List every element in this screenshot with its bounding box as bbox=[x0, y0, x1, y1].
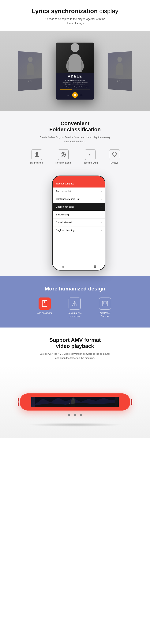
singer-label: By the singer bbox=[30, 162, 44, 164]
nav-home-icon[interactable]: ○ bbox=[78, 265, 80, 268]
playlist-item-cantonese[interactable]: Cantonese Music List › bbox=[53, 195, 105, 203]
playlist-item-ballad-text: Ballad song bbox=[56, 213, 69, 216]
svg-point-3 bbox=[36, 152, 38, 155]
bookmark-icon-box bbox=[38, 298, 51, 310]
nocturnal-label: Nocturnal eye protection bbox=[67, 312, 82, 318]
svg-text:♪: ♪ bbox=[88, 152, 90, 157]
lyrics-section: Lyrics synchronization display It needs … bbox=[0, 0, 150, 26]
chevron-right-icon-5: › bbox=[101, 221, 102, 224]
silhouette-right-icon bbox=[114, 56, 125, 75]
humanized-nocturnal: Nocturnal eye protection bbox=[67, 298, 82, 318]
device-right-button[interactable] bbox=[131, 399, 132, 405]
device-shadow bbox=[28, 423, 122, 427]
humanized-icons-row: add bookmark Nocturnal eye protection bbox=[4, 298, 146, 318]
folder-icon-album: Press the album bbox=[55, 149, 72, 164]
humanized-section: More humanized design add bookmark Noct bbox=[0, 276, 150, 328]
chevron-right-icon-2: › bbox=[101, 198, 102, 200]
phone-stage: Top hot song list › Pop music list › Can… bbox=[4, 170, 150, 276]
album-card-right: ADL bbox=[108, 51, 132, 91]
nav-dot-home[interactable]: ○ bbox=[74, 414, 76, 416]
prev-button[interactable]: ⏮ bbox=[67, 94, 70, 96]
wind-icon-box: ♪ bbox=[85, 149, 96, 160]
player-main: ADELE I heard that you settled down That… bbox=[56, 42, 94, 100]
device-screen bbox=[31, 397, 119, 407]
player-stage: ADL ADELE I heard that you settled down … bbox=[0, 31, 150, 111]
phone-screen: Top hot song list › Pop music list › Can… bbox=[53, 176, 105, 270]
playlist-item-cantonese-text: Cantonese Music List bbox=[56, 198, 79, 200]
lyrics-description: It needs to be copied to the player toge… bbox=[43, 17, 107, 26]
folder-icon-love: My love bbox=[109, 149, 120, 164]
svg-point-2 bbox=[117, 56, 122, 62]
chevron-right-icon-1: › bbox=[101, 190, 102, 193]
player-artist-name: ADELE bbox=[68, 74, 82, 78]
humanized-bookmark: add bookmark bbox=[38, 298, 52, 318]
player-album-bg bbox=[56, 42, 94, 73]
disc-icon bbox=[60, 152, 66, 157]
playlist-item-ballad[interactable]: Ballad song › bbox=[53, 211, 105, 219]
chevron-right-icon-4: › bbox=[101, 213, 102, 216]
volume-down-button[interactable] bbox=[18, 402, 19, 406]
singer-icon-box bbox=[32, 149, 42, 160]
player-progress-fill bbox=[60, 90, 72, 90]
player-lyrics: I heard that you settled down That you f… bbox=[60, 79, 90, 88]
amv-description: Just convert the AMV video conversion so… bbox=[39, 352, 111, 360]
svg-point-6 bbox=[63, 154, 64, 155]
autopager-icon-box bbox=[99, 298, 111, 310]
folder-title: ConvenientFolder classification bbox=[4, 120, 146, 132]
device-screen-content bbox=[31, 397, 119, 407]
playlist-item-pop[interactable]: Pop music list › bbox=[53, 188, 105, 195]
lyrics-title: Lyrics synchronization display bbox=[4, 8, 146, 15]
folder-section: ConvenientFolder classification Create f… bbox=[0, 111, 150, 276]
bookmark-icon bbox=[42, 300, 48, 307]
book-icon bbox=[102, 300, 108, 306]
chevron-right-icon-3: › bbox=[101, 205, 102, 208]
playlist-item-top-text: Top hot song list bbox=[56, 182, 74, 185]
album-card-left: ADL bbox=[18, 51, 42, 91]
phone-device: Top hot song list › Pop music list › Can… bbox=[52, 176, 106, 270]
silhouette-left-icon bbox=[25, 56, 36, 75]
folder-icon-wind: ♪ Press the wind bbox=[83, 149, 98, 164]
humanized-title: More humanized design bbox=[4, 286, 146, 292]
album-side-label-left: ADL bbox=[28, 78, 33, 84]
music-icon: ♪ bbox=[88, 152, 93, 157]
nav-back-icon[interactable]: ◁ bbox=[61, 265, 64, 268]
folder-icons-row: By the singer Press the album ♪ Press th… bbox=[4, 149, 146, 164]
album-label: Press the album bbox=[55, 162, 72, 164]
nocturnal-icon-box bbox=[68, 298, 81, 310]
device-nav-dots: ◁ ○ □ bbox=[68, 414, 82, 416]
player-album-art bbox=[56, 42, 94, 73]
playlist-item-pop-text: Pop music list bbox=[56, 190, 71, 193]
playlist-item-english[interactable]: English hot song › bbox=[53, 203, 105, 211]
player-controls: ⏮ ⏸ ⏭ bbox=[67, 92, 83, 98]
play-pause-button[interactable]: ⏸ bbox=[72, 92, 78, 98]
playlist-item-classical[interactable]: Classical music › bbox=[53, 219, 105, 226]
chevron-right-icon-6: › bbox=[101, 229, 102, 232]
heart-icon bbox=[112, 152, 117, 157]
chevron-right-icon-0: › bbox=[101, 182, 102, 185]
love-icon-box bbox=[109, 149, 120, 160]
adele-silhouette-icon bbox=[64, 43, 86, 72]
svg-point-1 bbox=[71, 43, 79, 52]
playlist-item-listening[interactable]: English Listening › bbox=[53, 226, 105, 234]
person-icon bbox=[34, 152, 40, 158]
album-art-right bbox=[108, 51, 132, 79]
nav-menu-icon[interactable]: ☰ bbox=[94, 265, 96, 268]
volume-up-button[interactable] bbox=[18, 398, 19, 402]
folder-description: Create folders for your favorite "love b… bbox=[39, 135, 111, 144]
playlist-item-english-text: English hot song bbox=[56, 205, 74, 208]
phone-status-bar bbox=[53, 176, 105, 180]
device-bottom: ◁ ○ □ bbox=[20, 394, 130, 410]
folder-icon-singer: By the singer bbox=[30, 149, 44, 164]
phone-nav-bar: ◁ ○ ☰ bbox=[53, 263, 105, 270]
album-art-left bbox=[18, 51, 42, 79]
next-button[interactable]: ⏭ bbox=[80, 94, 83, 96]
nav-dot-menu[interactable]: □ bbox=[80, 414, 82, 416]
bookmark-label: add bookmark bbox=[38, 312, 52, 315]
album-side-label-right: ADL bbox=[117, 78, 122, 84]
svg-point-20 bbox=[72, 398, 74, 400]
wind-label: Press the wind bbox=[83, 162, 98, 164]
nav-dot-back[interactable]: ◁ bbox=[68, 414, 70, 416]
playlist-item-top[interactable]: Top hot song list › bbox=[53, 180, 105, 188]
amv-title: Support AMV formatvideo playback bbox=[4, 337, 146, 349]
device-bottom-stage: ◁ ○ □ bbox=[0, 366, 150, 438]
